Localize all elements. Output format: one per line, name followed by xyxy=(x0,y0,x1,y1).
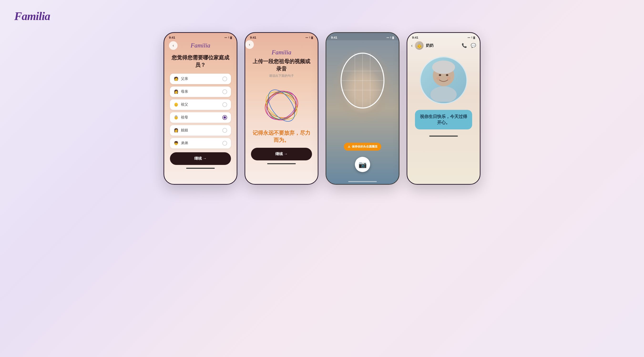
chat-content: 祝你生日快乐，今天过得开心。 xyxy=(407,52,480,134)
option-grandmother[interactable]: 👵 祖母 xyxy=(170,112,231,123)
chat-avatar: 👵 xyxy=(415,41,424,50)
wifi-icon-4: ⌇ xyxy=(471,36,472,39)
status-bar-4: 9:41 ▪▪▪ ⌇ ▓ xyxy=(407,33,480,40)
home-indicator-4 xyxy=(429,136,458,136)
mother-label: 母亲 xyxy=(181,89,220,94)
svg-point-16 xyxy=(432,60,455,74)
svg-point-1 xyxy=(264,91,299,120)
grandmother-radio[interactable] xyxy=(222,115,227,120)
status-icons-2: ▪▪▪ ⌇ ▓ xyxy=(306,36,313,39)
home-indicator-2 xyxy=(267,163,296,164)
father-radio[interactable] xyxy=(222,76,227,81)
option-mother[interactable]: 👩 母亲 xyxy=(170,86,231,97)
grandfather-radio[interactable] xyxy=(222,102,227,107)
brother-radio[interactable] xyxy=(222,141,227,146)
signal-icon-2: ▪▪▪ xyxy=(306,36,308,39)
phone-4: 9:41 ▪▪▪ ⌇ ▓ ‹ 👵 奶奶 📞 💬 xyxy=(406,32,480,185)
svg-point-3 xyxy=(266,90,297,120)
grandfather-icon: 👴 xyxy=(174,102,178,107)
mother-icon: 👩 xyxy=(174,89,178,94)
status-icons-1: ▪▪▪ ⌇ ▓ xyxy=(224,36,232,39)
time-1: 9:41 xyxy=(169,36,175,39)
time-2: 9:41 xyxy=(250,36,256,39)
battery-icon-2: ▓ xyxy=(311,36,313,39)
svg-point-18 xyxy=(446,74,448,76)
grandma-avatar-svg xyxy=(422,59,465,102)
wifi-icon-3: ⌇ xyxy=(390,36,391,39)
app-logo-2: Familia xyxy=(245,49,318,56)
brother-icon: 👦 xyxy=(174,141,178,145)
brand-logo: Familia xyxy=(14,10,630,23)
status-bar-1: 9:41 ▪▪▪ ⌇ ▓ xyxy=(164,33,237,40)
message-icon[interactable]: 💬 xyxy=(471,43,476,48)
upload-title: 上传一段您祖母的视频或录音 xyxy=(245,56,318,74)
time-4: 9:41 xyxy=(412,36,418,39)
contact-avatar-large xyxy=(420,56,468,104)
phones-row: 9:41 ▪▪▪ ⌇ ▓ ‹ Familia 您觉得您需要哪位家庭成员？ 🧑 父… xyxy=(14,32,630,185)
call-icon[interactable]: 📞 xyxy=(462,43,467,48)
wifi-icon-1: ⌇ xyxy=(228,36,229,39)
status-icons-3: ▪▪▪ ⌇ ▓ xyxy=(386,36,394,39)
grandmother-icon: 👵 xyxy=(174,115,178,120)
battery-icon-4: ▓ xyxy=(473,36,475,39)
signal-icon-3: ▪▪▪ xyxy=(386,36,389,39)
svg-point-19 xyxy=(436,76,440,80)
father-label: 父亲 xyxy=(181,76,220,81)
camera-view: 9:41 ▪▪▪ ⌇ ▓ xyxy=(326,33,399,184)
wifi-icon-2: ⌇ xyxy=(309,36,310,39)
option-list: 🧑 父亲 👩 母亲 👴 祖父 👵 xyxy=(170,74,231,148)
status-bar-2: 9:41 ▪▪▪ ⌇ ▓ xyxy=(245,33,318,40)
question-title: 您觉得您需要哪位家庭成员？ xyxy=(170,54,231,69)
waveform-area xyxy=(245,82,318,130)
back-button-2[interactable]: ‹ xyxy=(245,40,254,49)
status-bar-3: 9:41 ▪▪▪ ⌇ ▓ xyxy=(326,33,399,40)
status-icons-4: ▪▪▪ ⌇ ▓ xyxy=(468,36,475,39)
face-detection-area xyxy=(340,52,385,109)
upload-subtitle: 请说出下面的句子 xyxy=(245,74,318,78)
nav-bar-1: ‹ Familia xyxy=(164,40,237,52)
message-bubble: 祝你生日快乐，今天过得开心。 xyxy=(415,110,472,130)
camera-button-wrap: 📷 xyxy=(355,157,370,172)
chat-action-icons: 📞 💬 xyxy=(462,43,476,48)
grandfather-label: 祖父 xyxy=(181,102,220,107)
option-sister[interactable]: 👩 姐姐 xyxy=(170,125,231,136)
sister-label: 姐姐 xyxy=(181,128,220,132)
face-grid-overlay xyxy=(340,52,385,109)
continue-button-2[interactable]: 继续 → xyxy=(251,148,312,160)
face-alert-pill: ⚠ 保持你的头在圆圈里 xyxy=(344,143,381,150)
alert-icon: ⚠ xyxy=(348,145,350,148)
svg-point-17 xyxy=(439,74,441,76)
chat-nav: ‹ 👵 奶奶 📞 💬 xyxy=(407,40,480,52)
phone-1: 9:41 ▪▪▪ ⌇ ▓ ‹ Familia 您觉得您需要哪位家庭成员？ 🧑 父… xyxy=(164,32,238,185)
nav-bar-2: ‹ Familia xyxy=(245,40,318,56)
avatar-image: 👵 xyxy=(416,43,422,48)
svg-point-15 xyxy=(430,86,457,102)
waveform-visualization xyxy=(258,82,305,130)
battery-icon-3: ▓ xyxy=(392,36,394,39)
contact-name: 奶奶 xyxy=(426,43,459,48)
option-brother[interactable]: 👦 弟弟 xyxy=(170,138,231,148)
time-3: 9:41 xyxy=(331,36,337,39)
signal-icon-1: ▪▪▪ xyxy=(224,36,227,39)
app-logo-1: Familia xyxy=(178,42,223,49)
brother-label: 弟弟 xyxy=(181,141,220,145)
alert-text: 保持你的头在圆圈里 xyxy=(352,145,378,149)
continue-button-1[interactable]: 继续 → xyxy=(170,152,231,165)
grandmother-label: 祖母 xyxy=(181,115,220,120)
mother-radio[interactable] xyxy=(222,89,227,94)
phone-3: 9:41 ▪▪▪ ⌇ ▓ xyxy=(326,32,400,185)
option-grandfather[interactable]: 👴 祖父 xyxy=(170,100,231,110)
chat-back-button[interactable]: ‹ xyxy=(411,43,412,48)
phone-2: 9:41 ▪▪▪ ⌇ ▓ ‹ Familia 上传一段您祖母的视频或录音 请说出… xyxy=(244,32,318,185)
home-indicator-3 xyxy=(348,181,377,182)
home-indicator-1 xyxy=(186,168,215,169)
option-father[interactable]: 🧑 父亲 xyxy=(170,74,231,84)
motivational-text: 记得永远不要放弃，尽力而为。 xyxy=(245,130,318,144)
back-button-1[interactable]: ‹ xyxy=(169,41,178,50)
sister-radio[interactable] xyxy=(222,128,227,133)
signal-icon-4: ▪▪▪ xyxy=(468,36,470,39)
battery-icon-1: ▓ xyxy=(230,36,232,39)
sister-icon: 👩 xyxy=(174,128,178,132)
svg-point-4 xyxy=(263,85,300,126)
capture-button[interactable]: 📷 xyxy=(355,157,370,172)
